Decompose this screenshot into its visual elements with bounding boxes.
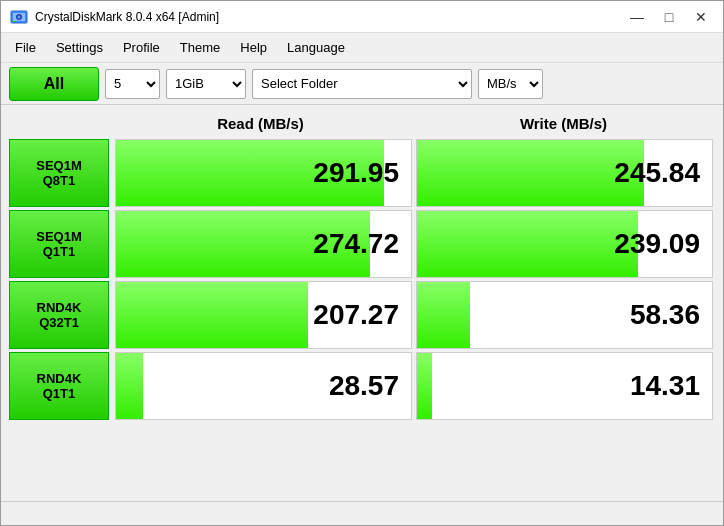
unit-select[interactable]: MB/s GB/s IOPS μs	[478, 69, 543, 99]
data-rows: SEQ1M Q8T1 291.95 245.84 SEQ1M Q1T1 274.…	[9, 139, 715, 497]
minimize-button[interactable]: —	[623, 6, 651, 28]
write-cell-seq1m-q8t1: 245.84	[416, 139, 713, 207]
write-value-rnd4k-q1t1: 14.31	[630, 370, 700, 402]
svg-rect-4	[12, 21, 16, 22]
all-button[interactable]: All	[9, 67, 99, 101]
write-value-seq1m-q8t1: 245.84	[614, 157, 700, 189]
row-label-line1: RND4K	[37, 300, 82, 315]
window-title: CrystalDiskMark 8.0.4 x64 [Admin]	[35, 10, 623, 24]
table-row: SEQ1M Q1T1 274.72 239.09	[9, 210, 715, 278]
row-label-line2: Q1T1	[43, 386, 76, 401]
menu-language[interactable]: Language	[277, 36, 355, 59]
header-row: Read (MB/s) Write (MB/s)	[9, 109, 715, 137]
write-cell-seq1m-q1t1: 239.09	[416, 210, 713, 278]
read-value-seq1m-q8t1: 291.95	[313, 157, 399, 189]
read-cell-seq1m-q1t1: 274.72	[115, 210, 412, 278]
app-icon	[9, 7, 29, 27]
table-row: RND4K Q32T1 207.27 58.36	[9, 281, 715, 349]
title-bar: CrystalDiskMark 8.0.4 x64 [Admin] — □ ✕	[1, 1, 723, 33]
menu-file[interactable]: File	[5, 36, 46, 59]
write-cell-rnd4k-q32t1: 58.36	[416, 281, 713, 349]
read-cell-rnd4k-q32t1: 207.27	[115, 281, 412, 349]
size-select[interactable]: 1GiB 512MiB 2GiB 4GiB 8GiB	[166, 69, 246, 99]
row-label-line2: Q8T1	[43, 173, 76, 188]
toolbar: All 5 1 3 10 1GiB 512MiB 2GiB 4GiB 8GiB …	[1, 63, 723, 105]
table-row: SEQ1M Q8T1 291.95 245.84	[9, 139, 715, 207]
read-cell-rnd4k-q1t1: 28.57	[115, 352, 412, 420]
row-label-line1: SEQ1M	[36, 158, 82, 173]
table-row: RND4K Q1T1 28.57 14.31	[9, 352, 715, 420]
write-value-seq1m-q1t1: 239.09	[614, 228, 700, 260]
status-bar	[1, 501, 723, 525]
read-value-seq1m-q1t1: 274.72	[313, 228, 399, 260]
close-button[interactable]: ✕	[687, 6, 715, 28]
row-label-rnd4k-q1t1: RND4K Q1T1	[9, 352, 109, 420]
main-window: CrystalDiskMark 8.0.4 x64 [Admin] — □ ✕ …	[0, 0, 724, 526]
row-label-rnd4k-q32t1: RND4K Q32T1	[9, 281, 109, 349]
read-cell-seq1m-q8t1: 291.95	[115, 139, 412, 207]
row-label-line1: RND4K	[37, 371, 82, 386]
menu-bar: File Settings Profile Theme Help Languag…	[1, 33, 723, 63]
row-label-line1: SEQ1M	[36, 229, 82, 244]
write-header: Write (MB/s)	[412, 115, 715, 132]
row-label-seq1m-q8t1: SEQ1M Q8T1	[9, 139, 109, 207]
row-label-line2: Q1T1	[43, 244, 76, 259]
menu-help[interactable]: Help	[230, 36, 277, 59]
menu-settings[interactable]: Settings	[46, 36, 113, 59]
menu-theme[interactable]: Theme	[170, 36, 230, 59]
count-select[interactable]: 5 1 3 10	[105, 69, 160, 99]
folder-select[interactable]: Select Folder	[252, 69, 472, 99]
read-value-rnd4k-q32t1: 207.27	[313, 299, 399, 331]
read-value-rnd4k-q1t1: 28.57	[329, 370, 399, 402]
row-label-seq1m-q1t1: SEQ1M Q1T1	[9, 210, 109, 278]
main-content: Read (MB/s) Write (MB/s) SEQ1M Q8T1 291.…	[1, 105, 723, 501]
window-controls: — □ ✕	[623, 6, 715, 28]
svg-point-3	[18, 15, 21, 18]
maximize-button[interactable]: □	[655, 6, 683, 28]
row-label-line2: Q32T1	[39, 315, 79, 330]
write-cell-rnd4k-q1t1: 14.31	[416, 352, 713, 420]
read-header: Read (MB/s)	[109, 115, 412, 132]
menu-profile[interactable]: Profile	[113, 36, 170, 59]
write-value-rnd4k-q32t1: 58.36	[630, 299, 700, 331]
